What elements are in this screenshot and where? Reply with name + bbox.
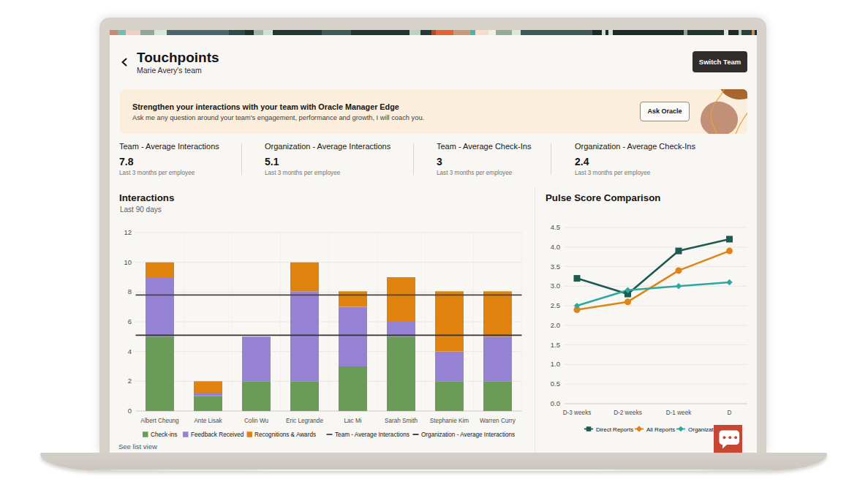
svg-text:2: 2	[128, 377, 132, 385]
svg-text:All Reports: All Reports	[646, 426, 675, 433]
svg-text:Direct Reports: Direct Reports	[596, 426, 633, 433]
svg-text:Organization - Average Interac: Organization - Average Interactions	[421, 431, 515, 438]
svg-text:2.0: 2.0	[551, 321, 560, 329]
svg-text:3.5: 3.5	[551, 263, 560, 271]
svg-text:10: 10	[124, 258, 132, 266]
svg-text:D-1 week: D-1 week	[666, 410, 692, 416]
svg-text:6: 6	[128, 317, 132, 325]
svg-text:Lac Mi: Lac Mi	[344, 418, 361, 424]
svg-text:2.5: 2.5	[551, 301, 560, 309]
svg-text:D-3 weeks: D-3 weeks	[563, 410, 592, 416]
svg-text:Stephanie Kim: Stephanie Kim	[430, 418, 469, 424]
svg-text:Colin Wu: Colin Wu	[244, 418, 269, 424]
svg-text:D: D	[728, 410, 732, 416]
svg-text:4: 4	[128, 347, 132, 355]
svg-text:Eric Legrande: Eric Legrande	[286, 418, 323, 424]
svg-text:Warren Curry: Warren Curry	[480, 418, 516, 424]
svg-text:Team - Average Interactions: Team - Average Interactions	[335, 431, 410, 438]
svg-text:Sarah Smith: Sarah Smith	[385, 418, 418, 424]
svg-text:0: 0	[128, 407, 132, 415]
svg-text:12: 12	[124, 228, 132, 236]
svg-text:0.5: 0.5	[551, 380, 560, 388]
svg-text:1.0: 1.0	[551, 360, 560, 368]
svg-text:Check-ins: Check-ins	[151, 431, 177, 438]
svg-text:Recognitions & Awards: Recognitions & Awards	[254, 431, 316, 438]
svg-text:1.5: 1.5	[551, 341, 560, 349]
svg-text:4.0: 4.0	[551, 243, 560, 251]
svg-text:8: 8	[128, 287, 132, 295]
svg-text:3.0: 3.0	[551, 282, 560, 290]
svg-text:D-2 weeks: D-2 weeks	[614, 410, 642, 416]
svg-text:Albert Cheung: Albert Cheung	[140, 418, 179, 424]
svg-text:4.5: 4.5	[551, 223, 560, 231]
svg-text:Ante Lisak: Ante Lisak	[194, 418, 222, 424]
svg-text:Feedback Received: Feedback Received	[191, 431, 244, 438]
svg-text:0.0: 0.0	[551, 399, 560, 407]
